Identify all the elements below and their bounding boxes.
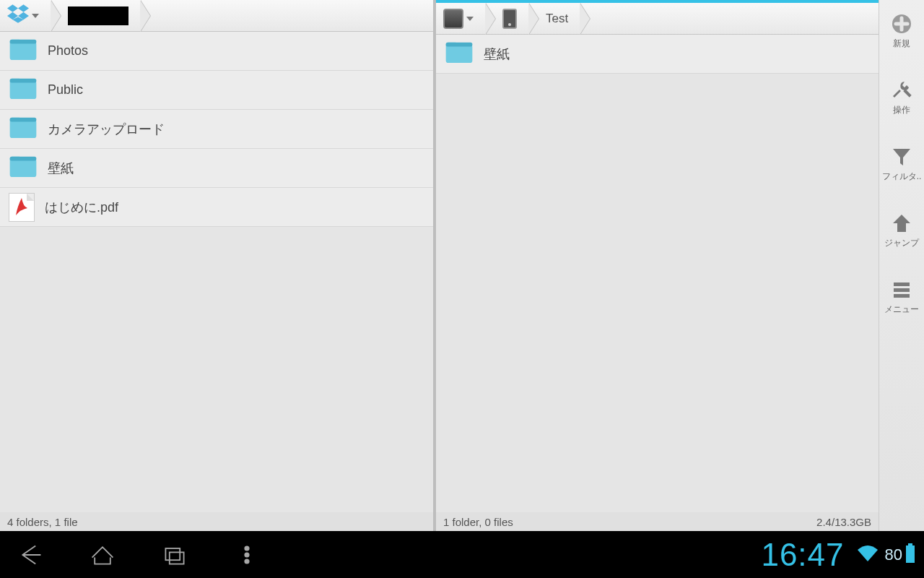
tool-label: メニュー <box>884 305 919 314</box>
up-icon <box>891 212 912 234</box>
pdf-icon <box>9 193 35 222</box>
redacted-label <box>68 7 128 25</box>
folder-icon <box>445 40 474 68</box>
svg-rect-14 <box>894 294 910 298</box>
tool-sidebar: 新規 操作 フィルタ.. ジャンプ メニュー <box>879 0 924 531</box>
right-pane: Test 壁紙 1 folder, 0 files 2.4/13.3GB <box>436 0 879 531</box>
chevron-down-icon <box>32 14 39 18</box>
svg-point-17 <box>245 546 248 550</box>
left-pane: Photos Public カメラアップロード 壁紙 はじめに.pdf 4 fo… <box>0 0 436 531</box>
tablet-icon <box>502 9 517 29</box>
menu-icon <box>891 279 912 301</box>
svg-rect-8 <box>10 157 37 161</box>
tool-label: 新規 <box>893 39 910 48</box>
left-breadcrumb <box>0 0 433 32</box>
svg-rect-15 <box>165 548 180 560</box>
home-button[interactable] <box>88 540 117 569</box>
left-status-bar: 4 folders, 1 file <box>0 512 433 531</box>
wifi-icon <box>856 544 879 566</box>
item-label: カメラアップロード <box>48 121 165 138</box>
left-status-text: 4 folders, 1 file <box>7 516 78 528</box>
folder-icon <box>9 76 38 104</box>
folder-icon <box>9 37 38 65</box>
svg-point-18 <box>245 553 248 556</box>
tool-action[interactable]: 操作 <box>879 79 924 114</box>
system-navbar: 16:47 80 <box>0 531 924 578</box>
tool-jump[interactable]: ジャンプ <box>879 212 924 247</box>
item-label: はじめに.pdf <box>45 199 118 216</box>
chevron-down-icon <box>466 17 474 21</box>
right-status-bar: 1 folder, 0 files 2.4/13.3GB <box>436 512 879 531</box>
svg-rect-16 <box>170 552 184 564</box>
breadcrumb-folder[interactable]: Test <box>528 3 580 34</box>
svg-rect-12 <box>894 282 910 286</box>
item-label: Public <box>48 82 83 98</box>
folder-row[interactable]: カメラアップロード <box>0 110 433 149</box>
breadcrumb-device[interactable] <box>485 3 528 34</box>
breadcrumb-dropbox[interactable] <box>0 0 51 31</box>
svg-rect-13 <box>894 288 910 292</box>
tool-label: 操作 <box>893 105 910 114</box>
tool-label: ジャンプ <box>884 238 919 247</box>
left-file-list: Photos Public カメラアップロード 壁紙 はじめに.pdf <box>0 32 433 512</box>
right-breadcrumb: Test <box>436 0 879 35</box>
svg-rect-11 <box>903 89 911 97</box>
file-row[interactable]: はじめに.pdf <box>0 188 433 227</box>
svg-point-19 <box>245 559 248 563</box>
item-label: 壁紙 <box>484 46 510 63</box>
folder-icon <box>9 115 38 143</box>
tool-label: フィルタ.. <box>882 172 922 181</box>
breadcrumb-account[interactable] <box>51 0 140 31</box>
recent-apps-button[interactable] <box>160 540 189 569</box>
folder-icon <box>9 154 38 182</box>
folder-row[interactable]: Public <box>0 71 433 110</box>
breadcrumb-device-root[interactable] <box>436 3 485 34</box>
folder-row[interactable]: 壁紙 <box>0 149 433 188</box>
tools-icon <box>891 79 912 101</box>
back-button[interactable] <box>16 540 45 569</box>
folder-row[interactable]: 壁紙 <box>436 35 879 74</box>
tool-new[interactable]: 新規 <box>879 13 924 48</box>
funnel-icon <box>891 146 912 168</box>
folder-row[interactable]: Photos <box>0 32 433 71</box>
overflow-menu-button[interactable] <box>232 540 261 569</box>
svg-rect-6 <box>10 79 37 83</box>
right-status-text: 1 folder, 0 files <box>443 516 513 528</box>
dropbox-icon <box>7 4 29 27</box>
svg-rect-20 <box>908 543 912 545</box>
svg-rect-7 <box>10 118 37 122</box>
clock: 16:47 <box>761 537 844 573</box>
item-label: 壁紙 <box>48 160 74 177</box>
tool-filter[interactable]: フィルタ.. <box>879 146 924 181</box>
storage-text: 2.4/13.3GB <box>816 516 871 528</box>
svg-marker-0 <box>7 4 18 12</box>
svg-rect-21 <box>906 545 915 563</box>
battery-level: 80 <box>885 545 902 564</box>
svg-marker-1 <box>18 4 29 12</box>
svg-rect-5 <box>10 40 37 44</box>
right-file-list: 壁紙 <box>436 35 879 512</box>
device-icon <box>443 9 463 29</box>
plus-icon <box>891 13 912 35</box>
svg-rect-9 <box>446 43 473 47</box>
item-label: Photos <box>48 43 88 59</box>
battery-icon <box>905 543 915 566</box>
tool-menu[interactable]: メニュー <box>879 279 924 314</box>
breadcrumb-label: Test <box>546 12 568 26</box>
